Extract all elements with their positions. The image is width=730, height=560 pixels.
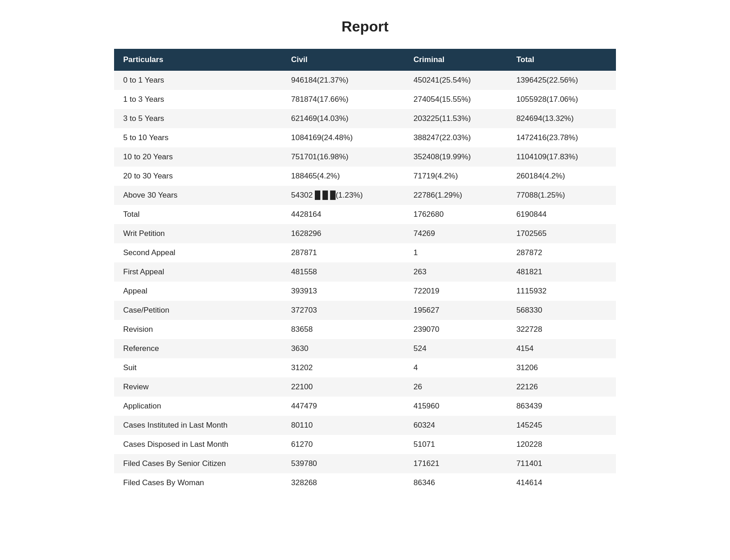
page-container: Report ParticularsCivilCriminalTotal 0 t… — [114, 18, 616, 492]
row-value: 447479 — [282, 397, 404, 416]
row-value: 1628296 — [282, 224, 404, 243]
row-label: Second Appeal — [114, 243, 282, 262]
table-header: ParticularsCivilCriminalTotal — [114, 49, 616, 71]
row-value: 824694(13.32%) — [507, 109, 616, 128]
row-value: 203225(11.53%) — [404, 109, 507, 128]
page-title: Report — [114, 18, 616, 35]
table-row: Above 30 Years54302 █ █ █(1.23%)22786(1.… — [114, 186, 616, 205]
row-label: Cases Disposed in Last Month — [114, 435, 282, 454]
row-value: 86346 — [404, 473, 507, 492]
row-label: 10 to 20 Years — [114, 147, 282, 167]
row-value: 287872 — [507, 243, 616, 262]
row-value: 188465(4.2%) — [282, 167, 404, 186]
row-value: 274054(15.55%) — [404, 90, 507, 109]
row-value: 4154 — [507, 339, 616, 358]
row-value: 31206 — [507, 358, 616, 377]
row-label: Review — [114, 377, 282, 397]
table-row: Review221002622126 — [114, 377, 616, 397]
row-value: 22100 — [282, 377, 404, 397]
row-value: 22126 — [507, 377, 616, 397]
row-value: 80110 — [282, 416, 404, 435]
table-row: 1 to 3 Years781874(17.66%)274054(15.55%)… — [114, 90, 616, 109]
table-row: 3 to 5 Years621469(14.03%)203225(11.53%)… — [114, 109, 616, 128]
row-value: 450241(25.54%) — [404, 71, 507, 90]
row-value: 524 — [404, 339, 507, 358]
row-value: 621469(14.03%) — [282, 109, 404, 128]
row-label: 20 to 30 Years — [114, 167, 282, 186]
table-row: Revision83658239070322728 — [114, 320, 616, 339]
row-value: 120228 — [507, 435, 616, 454]
row-value: 287871 — [282, 243, 404, 262]
row-value: 415960 — [404, 397, 507, 416]
row-value: 481558 — [282, 262, 404, 282]
row-value: 388247(22.03%) — [404, 128, 507, 147]
row-value: 1084169(24.48%) — [282, 128, 404, 147]
table-row: Writ Petition1628296742691702565 — [114, 224, 616, 243]
row-value: 393913 — [282, 282, 404, 301]
row-label: Revision — [114, 320, 282, 339]
column-header: Total — [507, 49, 616, 71]
table-row: 5 to 10 Years1084169(24.48%)388247(22.03… — [114, 128, 616, 147]
table-row: First Appeal481558263481821 — [114, 262, 616, 282]
row-label: Suit — [114, 358, 282, 377]
row-value: 74269 — [404, 224, 507, 243]
row-value: 263 — [404, 262, 507, 282]
row-label: Filed Cases By Senior Citizen — [114, 454, 282, 473]
row-value: 54302 █ █ █(1.23%) — [282, 186, 404, 205]
table-row: Suit31202431206 — [114, 358, 616, 377]
table-row: Reference36305244154 — [114, 339, 616, 358]
row-label: 3 to 5 Years — [114, 109, 282, 128]
row-value: 22786(1.29%) — [404, 186, 507, 205]
row-value: 481821 — [507, 262, 616, 282]
row-label: Cases Instituted in Last Month — [114, 416, 282, 435]
table-row: Application447479415960863439 — [114, 397, 616, 416]
table-row: 20 to 30 Years188465(4.2%)71719(4.2%)260… — [114, 167, 616, 186]
row-label: Total — [114, 205, 282, 224]
row-value: 3630 — [282, 339, 404, 358]
row-value: 1055928(17.06%) — [507, 90, 616, 109]
table-row: Total442816417626806190844 — [114, 205, 616, 224]
column-header: Particulars — [114, 49, 282, 71]
row-label: Above 30 Years — [114, 186, 282, 205]
row-value: 751701(16.98%) — [282, 147, 404, 167]
row-value: 328268 — [282, 473, 404, 492]
row-label: First Appeal — [114, 262, 282, 282]
row-value: 863439 — [507, 397, 616, 416]
row-label: 0 to 1 Years — [114, 71, 282, 90]
table-row: Appeal3939137220191115932 — [114, 282, 616, 301]
row-value: 77088(1.25%) — [507, 186, 616, 205]
row-value: 61270 — [282, 435, 404, 454]
row-value: 60324 — [404, 416, 507, 435]
row-label: 5 to 10 Years — [114, 128, 282, 147]
row-value: 352408(19.99%) — [404, 147, 507, 167]
row-value: 171621 — [404, 454, 507, 473]
row-value: 31202 — [282, 358, 404, 377]
row-label: Case/Petition — [114, 301, 282, 320]
row-value: 6190844 — [507, 205, 616, 224]
report-table: ParticularsCivilCriminalTotal 0 to 1 Yea… — [114, 49, 616, 492]
row-label: 1 to 3 Years — [114, 90, 282, 109]
row-value: 1396425(22.56%) — [507, 71, 616, 90]
row-value: 539780 — [282, 454, 404, 473]
row-value: 239070 — [404, 320, 507, 339]
row-value: 1115932 — [507, 282, 616, 301]
row-value: 414614 — [507, 473, 616, 492]
table-row: Filed Cases By Senior Citizen53978017162… — [114, 454, 616, 473]
row-value: 26 — [404, 377, 507, 397]
column-header: Criminal — [404, 49, 507, 71]
column-header: Civil — [282, 49, 404, 71]
row-value: 1762680 — [404, 205, 507, 224]
row-label: Reference — [114, 339, 282, 358]
row-value: 722019 — [404, 282, 507, 301]
row-label: Filed Cases By Woman — [114, 473, 282, 492]
row-value: 711401 — [507, 454, 616, 473]
table-row: 10 to 20 Years751701(16.98%)352408(19.99… — [114, 147, 616, 167]
table-row: Cases Instituted in Last Month8011060324… — [114, 416, 616, 435]
row-value: 4 — [404, 358, 507, 377]
row-value: 781874(17.66%) — [282, 90, 404, 109]
row-value: 372703 — [282, 301, 404, 320]
header-row: ParticularsCivilCriminalTotal — [114, 49, 616, 71]
row-value: 568330 — [507, 301, 616, 320]
table-row: Case/Petition372703195627568330 — [114, 301, 616, 320]
row-label: Application — [114, 397, 282, 416]
